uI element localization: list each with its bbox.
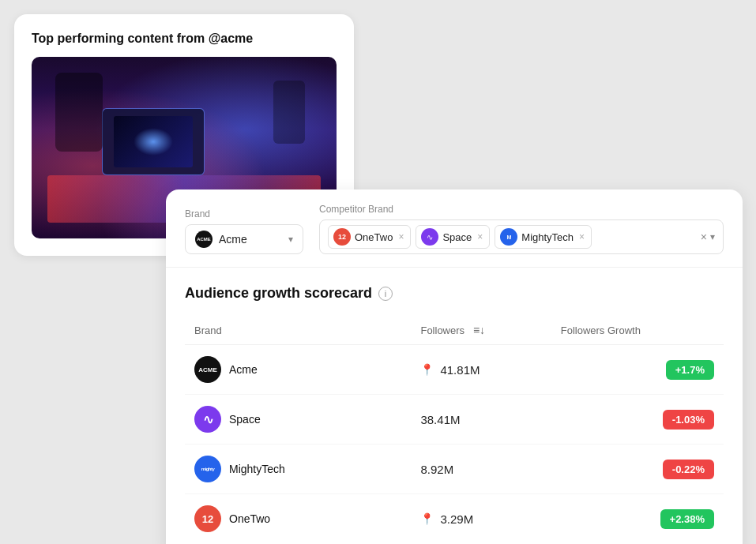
sort-icon[interactable]: ≡↓ bbox=[473, 324, 485, 336]
brand-cell-onetwo: 12 OneTwo bbox=[185, 494, 411, 544]
scene: Top performing content from @acme Brand bbox=[0, 0, 756, 544]
onetwo-row-avatar: 12 bbox=[194, 505, 221, 532]
pin-icon: 📍 bbox=[420, 363, 434, 376]
top-card-title: Top performing content from @acme bbox=[32, 32, 337, 46]
competitor-group: Competitor Brand 12 OneTwo × ∿ Space × bbox=[319, 204, 724, 254]
scorecard-table: Brand Followers ≡↓ Followers Growth bbox=[185, 316, 724, 543]
competitor-tags-container: 12 OneTwo × ∿ Space × M MightyTech × bbox=[319, 219, 724, 254]
scorecard-header: Audience growth scorecard i bbox=[185, 285, 724, 302]
brand-label: Brand bbox=[185, 208, 303, 219]
onetwo-followers: 3.29M bbox=[440, 512, 473, 526]
growth-cell-acme: +1.7% bbox=[551, 345, 724, 395]
space-row-avatar: ∿ bbox=[194, 406, 221, 433]
competitor-label: Competitor Brand bbox=[319, 204, 724, 215]
growth-badge-mighty: -0.22% bbox=[663, 460, 714, 479]
space-avatar: ∿ bbox=[421, 228, 438, 246]
mighty-row-name: MightyTech bbox=[229, 463, 285, 475]
growth-cell-space: -1.03% bbox=[551, 395, 724, 445]
pin-icon-onetwo: 📍 bbox=[420, 512, 434, 525]
acme-avatar: ACME bbox=[195, 231, 213, 248]
growth-cell-onetwo: +2.38% bbox=[551, 494, 724, 544]
competitor-tag-onetwo[interactable]: 12 OneTwo × bbox=[328, 225, 411, 249]
acme-row-avatar: ACME bbox=[194, 356, 221, 383]
scorecard: Audience growth scorecard i Brand Follow… bbox=[166, 268, 743, 544]
brand-cell-mighty: mighty MightyTech bbox=[185, 445, 411, 494]
close-icon: × bbox=[701, 231, 707, 243]
brand-selected: Acme bbox=[219, 233, 282, 246]
chevron-down-icon: ▾ bbox=[710, 231, 715, 242]
chevron-down-icon: ▾ bbox=[288, 234, 293, 245]
col-followers-header[interactable]: Followers ≡↓ bbox=[411, 316, 551, 345]
space-row-name: Space bbox=[229, 413, 261, 426]
acme-row-name: Acme bbox=[229, 363, 258, 376]
brand-selector: Brand ACME Acme ▾ Competitor Brand 12 On… bbox=[166, 189, 743, 268]
acme-followers: 41.81M bbox=[440, 363, 480, 377]
space-followers: 38.41M bbox=[420, 413, 460, 426]
followers-cell-acme: 📍 41.81M bbox=[411, 345, 551, 395]
col-brand-header: Brand bbox=[185, 316, 411, 345]
main-panel: Brand ACME Acme ▾ Competitor Brand 12 On… bbox=[166, 189, 743, 544]
add-competitor-button[interactable]: × ▾ bbox=[701, 231, 715, 243]
onetwo-remove-icon[interactable]: × bbox=[398, 231, 404, 242]
col-growth-header: Followers Growth bbox=[551, 316, 724, 345]
competitor-tag-space[interactable]: ∿ Space × bbox=[416, 225, 490, 249]
competitor-tag-mightytech[interactable]: M MightyTech × bbox=[495, 225, 592, 249]
followers-cell-mighty: 8.92M bbox=[411, 445, 551, 494]
brand-cell-acme: ACME Acme bbox=[185, 345, 411, 395]
mightytech-remove-icon[interactable]: × bbox=[579, 231, 585, 242]
mightytech-label: MightyTech bbox=[521, 231, 574, 243]
mightytech-avatar: M bbox=[500, 228, 517, 246]
mighty-followers: 8.92M bbox=[420, 463, 453, 476]
space-remove-icon[interactable]: × bbox=[477, 231, 483, 242]
table-row: 12 OneTwo 📍 3.29M +2.38 bbox=[185, 494, 724, 544]
followers-cell-space: 38.41M bbox=[411, 395, 551, 445]
growth-badge-acme: +1.7% bbox=[666, 360, 714, 380]
brand-dropdown[interactable]: ACME Acme ▾ bbox=[185, 224, 303, 254]
table-row: ACME Acme 📍 41.81M +1.7 bbox=[185, 345, 724, 395]
growth-badge-onetwo: +2.38% bbox=[660, 509, 714, 529]
info-icon[interactable]: i bbox=[378, 287, 393, 301]
growth-badge-space: -1.03% bbox=[663, 410, 714, 430]
brand-group: Brand ACME Acme ▾ bbox=[185, 208, 303, 254]
space-label: Space bbox=[442, 231, 472, 243]
table-row: mighty MightyTech 8.92M -0.22% bbox=[185, 445, 724, 494]
growth-cell-mighty: -0.22% bbox=[551, 445, 724, 494]
onetwo-label: OneTwo bbox=[355, 231, 393, 243]
brand-cell-space: ∿ Space bbox=[185, 395, 411, 445]
onetwo-avatar: 12 bbox=[333, 228, 351, 246]
table-row: ∿ Space 38.41M -1.03% bbox=[185, 395, 724, 445]
followers-cell-onetwo: 📍 3.29M bbox=[411, 494, 551, 544]
mighty-row-avatar: mighty bbox=[194, 456, 221, 482]
scorecard-title: Audience growth scorecard bbox=[185, 285, 372, 302]
onetwo-row-name: OneTwo bbox=[229, 512, 270, 525]
